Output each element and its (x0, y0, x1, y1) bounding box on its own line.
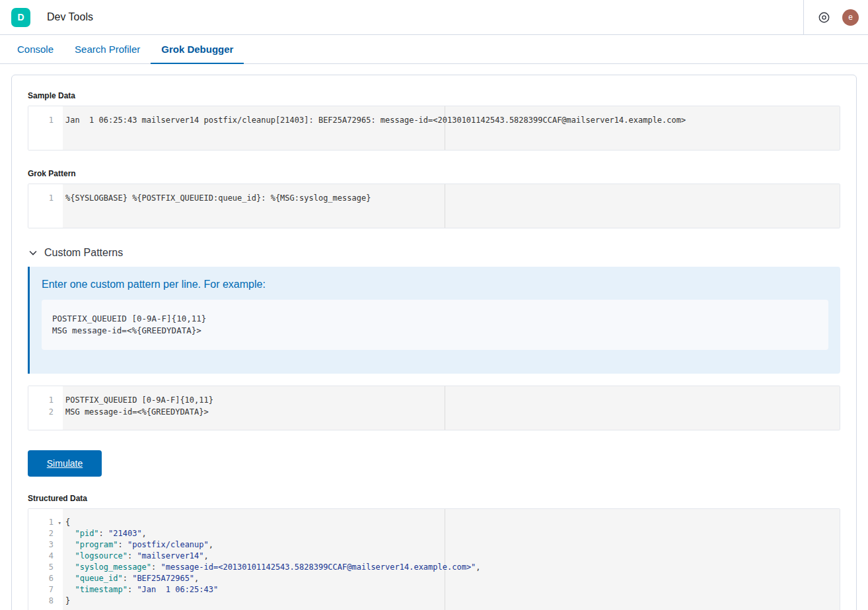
editor-line: POSTFIX_QUEUEID [0-9A-F]{10,11} (65, 394, 840, 406)
editor-line: "program": "postfix/cleanup", (65, 539, 840, 551)
structured-data-label: Structured Data (28, 494, 840, 503)
editor-line: MSG message-id=<%{GREEDYDATA}> (65, 406, 840, 418)
example-pattern-line: POSTFIX_QUEUEID [0-9A-F]{10,11} (52, 313, 818, 325)
sample-data-editor[interactable]: 1 Jan 1 06:25:43 mailserver14 postfix/cl… (28, 106, 840, 151)
print-margin (445, 184, 445, 228)
chevron-down-icon (28, 248, 38, 258)
editor-line: "logsource": "mailserver14", (65, 551, 840, 562)
space-avatar[interactable]: D (11, 8, 30, 27)
tab-search-profiler[interactable]: Search Profiler (64, 35, 151, 63)
print-margin (445, 106, 445, 150)
editor-gutter: 1▾2345678 (28, 509, 63, 610)
line-number: 1▾ (28, 517, 63, 528)
line-number: 7 (28, 584, 63, 595)
editor-line: Jan 1 06:25:43 mailserver14 postfix/clea… (65, 114, 840, 126)
editor-line: { (65, 517, 840, 528)
editor-line: "pid": "21403", (65, 528, 840, 539)
custom-patterns-callout: Enter one custom pattern per line. For e… (28, 267, 840, 374)
editor-gutter: 1 (28, 184, 63, 228)
sample-data-label: Sample Data (28, 91, 840, 100)
editor-content: { "pid": "21403", "program": "postfix/cl… (63, 509, 840, 610)
structured-data-section: Structured Data 1▾2345678 { "pid": "2140… (28, 494, 840, 610)
tab-bar: ConsoleSearch ProfilerGrok Debugger (0, 35, 868, 64)
app-header: D Dev Tools e (0, 0, 868, 35)
editor-line: "timestamp": "Jan 1 06:25:43" (65, 584, 840, 595)
editor-line: %{SYSLOGBASE} %{POSTFIX_QUEUEID:queue_id… (65, 192, 840, 204)
custom-patterns-title: Custom Patterns (44, 247, 123, 259)
editor-line: "queue_id": "BEF25A72965", (65, 573, 840, 584)
help-icon[interactable] (814, 8, 833, 26)
custom-patterns-accordion-toggle[interactable]: Custom Patterns (28, 247, 840, 259)
custom-patterns-editor[interactable]: 12 POSTFIX_QUEUEID [0-9A-F]{10,11}MSG me… (28, 386, 840, 430)
fold-arrow-icon[interactable]: ▾ (58, 518, 61, 529)
line-number: 8 (28, 595, 63, 607)
editor-line: "syslog_message": "message-id=<201301011… (65, 562, 840, 573)
grok-debugger-panel: Sample Data 1 Jan 1 06:25:43 mailserver1… (11, 75, 857, 610)
editor-content: %{SYSLOGBASE} %{POSTFIX_QUEUEID:queue_id… (63, 184, 840, 228)
simulate-button[interactable]: Simulate (28, 450, 102, 477)
line-number: 3 (28, 539, 63, 551)
line-number: 1 (28, 192, 63, 204)
page-title: Dev Tools (47, 11, 93, 23)
line-number: 5 (28, 562, 63, 573)
example-pattern-line: MSG message-id=<%{GREEDYDATA}> (52, 325, 818, 337)
grok-pattern-label: Grok Pattern (28, 169, 840, 178)
editor-gutter: 12 (28, 386, 63, 430)
tab-console[interactable]: Console (7, 35, 64, 63)
header-right-section: e (803, 0, 859, 34)
editor-line: } (65, 595, 840, 607)
user-avatar[interactable]: e (842, 9, 859, 26)
editor-content: POSTFIX_QUEUEID [0-9A-F]{10,11}MSG messa… (63, 386, 840, 430)
callout-title: Enter one custom pattern per line. For e… (42, 279, 828, 290)
line-number: 1 (28, 394, 63, 406)
custom-patterns-section: 12 POSTFIX_QUEUEID [0-9A-F]{10,11}MSG me… (28, 386, 840, 430)
sample-data-section: Sample Data 1 Jan 1 06:25:43 mailserver1… (28, 91, 840, 151)
line-number: 2 (28, 406, 63, 418)
line-number: 1 (28, 114, 63, 126)
grok-pattern-section: Grok Pattern 1 %{SYSLOGBASE} %{POSTFIX_Q… (28, 169, 840, 228)
line-number: 4 (28, 551, 63, 562)
line-number: 6 (28, 573, 63, 584)
tab-grok-debugger[interactable]: Grok Debugger (151, 35, 244, 63)
grok-pattern-editor[interactable]: 1 %{SYSLOGBASE} %{POSTFIX_QUEUEID:queue_… (28, 184, 840, 228)
editor-gutter: 1 (28, 106, 63, 150)
editor-content: Jan 1 06:25:43 mailserver14 postfix/clea… (63, 106, 840, 150)
callout-example-block: POSTFIX_QUEUEID [0-9A-F]{10,11}MSG messa… (42, 300, 828, 350)
line-number: 2 (28, 528, 63, 539)
structured-data-editor[interactable]: 1▾2345678 { "pid": "21403", "program": "… (28, 508, 840, 610)
